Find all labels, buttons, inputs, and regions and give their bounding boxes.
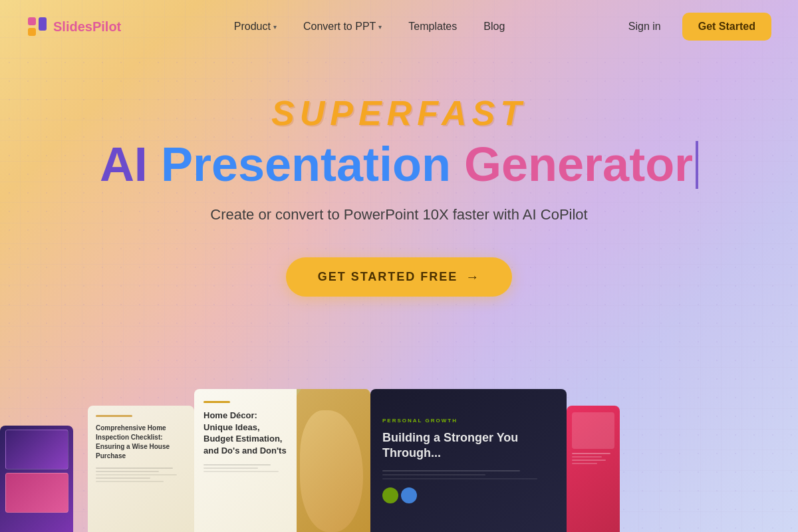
nav-auth: Sign in Get Started bbox=[618, 13, 771, 41]
chevron-down-icon: ▾ bbox=[378, 23, 382, 31]
cards-container: Comprehensive Home Inspection Checklist:… bbox=[0, 389, 798, 532]
card-accent-line bbox=[96, 415, 132, 417]
card-purple-slides[interactable] bbox=[0, 426, 73, 532]
card-personal-growth[interactable]: Personal Growth Building a Stronger You … bbox=[370, 389, 567, 532]
sign-in-link[interactable]: Sign in bbox=[618, 15, 672, 38]
title-generator: Generator bbox=[464, 140, 693, 190]
cards-section: Comprehensive Home Inspection Checklist:… bbox=[0, 386, 798, 532]
arrow-icon: → bbox=[466, 269, 480, 285]
card-home-inspection-title: Comprehensive Home Inspection Checklist:… bbox=[96, 424, 186, 461]
card-decor-image bbox=[297, 389, 370, 532]
svg-rect-1 bbox=[28, 28, 36, 36]
slide-thumbnail-2 bbox=[5, 473, 68, 513]
card-personal-growth-title: Building a Stronger You Through... bbox=[382, 430, 555, 462]
cta-label: GET STARTED FREE bbox=[318, 270, 458, 284]
hero-section: SUPERFAST AI Presentation Generator Crea… bbox=[0, 53, 798, 297]
card-home-decor-title: Home Décor: Unique Ideas, Budget Estimat… bbox=[203, 410, 287, 456]
card-motivation[interactable] bbox=[567, 406, 620, 532]
get-started-nav-button[interactable]: Get Started bbox=[682, 13, 771, 41]
nav-item-product[interactable]: Product ▾ bbox=[223, 15, 287, 38]
title-presentation: Presentation bbox=[161, 140, 464, 190]
slide-thumbnail-1 bbox=[5, 430, 68, 469]
chevron-down-icon: ▾ bbox=[273, 23, 277, 31]
cta-get-started-button[interactable]: GET STARTED FREE → bbox=[286, 257, 513, 297]
hero-subtitle: Create or convert to PowerPoint 10X fast… bbox=[0, 203, 798, 225]
main-title: AI Presentation Generator bbox=[0, 140, 798, 190]
card-home-decor-content: Home Décor: Unique Ideas, Budget Estimat… bbox=[194, 389, 297, 532]
logo-text: SlidesPilot bbox=[53, 19, 121, 35]
superfast-heading: SUPERFAST bbox=[0, 93, 798, 133]
card-motivation-thumb bbox=[572, 412, 614, 449]
logo-icon bbox=[27, 16, 48, 37]
svg-rect-0 bbox=[28, 17, 36, 25]
nav-item-blog[interactable]: Blog bbox=[473, 15, 515, 38]
nav-item-convert[interactable]: Convert to PPT ▾ bbox=[293, 15, 392, 38]
card-home-decor[interactable]: Home Décor: Unique Ideas, Budget Estimat… bbox=[194, 389, 370, 532]
title-ai: AI bbox=[100, 140, 161, 190]
nav-links: Product ▾ Convert to PPT ▾ Templates Blo… bbox=[223, 15, 515, 38]
card-home-inspection[interactable]: Comprehensive Home Inspection Checklist:… bbox=[88, 406, 194, 532]
card-personal-growth-tag: Personal Growth bbox=[382, 418, 555, 424]
navbar: SlidesPilot Product ▾ Convert to PPT ▾ T… bbox=[0, 0, 798, 53]
card-lines bbox=[96, 467, 186, 482]
cursor-blink bbox=[696, 141, 698, 189]
svg-rect-2 bbox=[39, 17, 47, 31]
nav-item-templates[interactable]: Templates bbox=[398, 15, 467, 38]
logo[interactable]: SlidesPilot bbox=[27, 16, 121, 37]
